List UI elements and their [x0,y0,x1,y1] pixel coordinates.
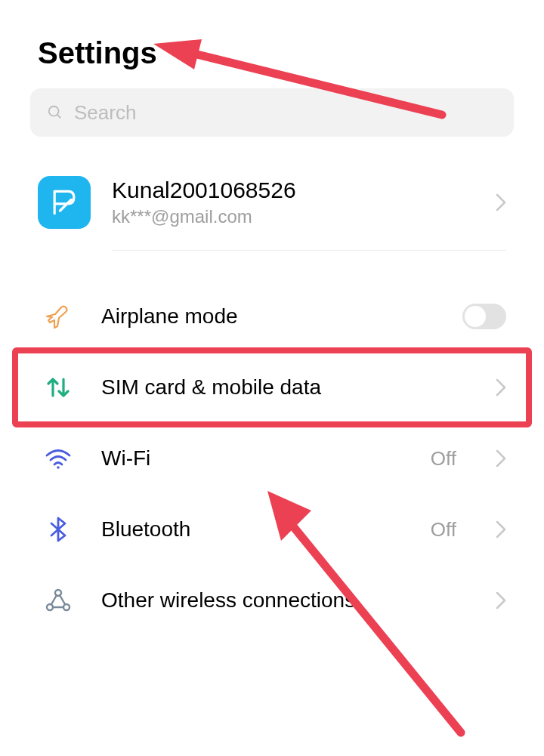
item-status: Off [431,447,456,471]
item-label: SIM card & mobile data [101,375,467,400]
svg-point-2 [57,466,60,469]
account-avatar-icon [38,176,91,229]
settings-item-sim-card[interactable]: SIM card & mobile data [0,352,544,423]
chevron-right-icon [496,520,506,538]
item-label: Wi-Fi [101,446,402,471]
settings-item-bluetooth[interactable]: Bluetooth Off [0,494,544,565]
settings-item-wifi[interactable]: Wi-Fi Off [0,423,544,494]
search-placeholder: Search [74,101,136,125]
settings-item-airplane-mode[interactable]: Airplane mode [0,281,544,352]
mobile-data-icon [44,373,73,402]
chevron-right-icon [496,449,506,467]
airplane-mode-toggle[interactable] [462,304,506,329]
airplane-icon [44,302,73,331]
search-icon [47,104,63,121]
item-label: Bluetooth [101,517,402,542]
page-title: Settings [38,36,506,70]
chevron-right-icon [496,591,506,609]
chevron-right-icon [496,193,506,211]
other-connections-icon [44,586,73,615]
chevron-right-icon [496,378,506,397]
account-name: Kunal2001068526 [112,177,474,203]
settings-item-other-wireless[interactable]: Other wireless connections [0,565,544,636]
svg-line-7 [60,595,65,604]
svg-point-0 [49,106,59,116]
account-texts: Kunal2001068526 kk***@gmail.com [112,177,474,227]
account-row[interactable]: Kunal2001068526 kk***@gmail.com [0,137,544,250]
svg-line-6 [51,595,57,604]
search-input[interactable]: Search [30,88,514,137]
page-header: Settings [0,0,544,88]
bluetooth-icon [44,515,73,544]
item-label: Other wireless connections [101,588,467,613]
settings-group-connectivity: Airplane mode SIM card & mobile data [0,251,544,636]
item-status: Off [431,518,456,542]
account-email: kk***@gmail.com [112,206,474,227]
item-label: Airplane mode [101,304,434,329]
wifi-icon [44,444,73,473]
toggle-knob [465,306,486,327]
svg-line-1 [57,115,61,119]
